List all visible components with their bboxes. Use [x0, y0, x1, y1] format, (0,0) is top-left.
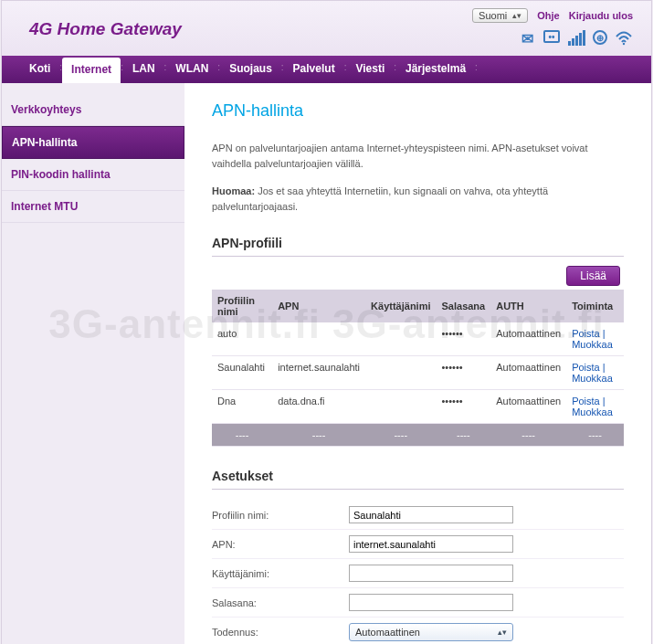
- add-button[interactable]: Lisää: [566, 266, 620, 286]
- nav-wlan[interactable]: WLAN: [166, 56, 217, 83]
- table-row: auto••••••AutomaattinenPoista | Muokkaa: [212, 322, 624, 356]
- content-panel: APN-hallinta APN on palveluntarjoajien a…: [184, 83, 651, 644]
- cell-apn: data.dna.fi: [272, 390, 365, 424]
- help-link[interactable]: Ohje: [537, 10, 559, 21]
- th-user: Käyttäjänimi: [365, 290, 436, 322]
- nav-palvelut[interactable]: Palvelut: [284, 56, 344, 83]
- cell-pass: ••••••: [437, 356, 491, 390]
- cell-action: Poista | Muokkaa: [566, 322, 624, 356]
- delete-link[interactable]: Poista: [572, 362, 600, 373]
- apn-table: Profiilin nimi APN Käyttäjänimi Salasana…: [212, 290, 624, 447]
- cell-auth: Automaattinen: [490, 322, 566, 356]
- nav-viesti[interactable]: Viesti: [346, 56, 394, 83]
- nav-lan[interactable]: LAN: [123, 56, 164, 83]
- nav-suojaus[interactable]: Suojaus: [220, 56, 281, 83]
- cell-auth: Automaattinen: [490, 356, 566, 390]
- svg-point-0: [623, 43, 625, 45]
- cell-apn: [272, 322, 365, 356]
- input-pass[interactable]: [349, 594, 513, 611]
- cell-action: Poista | Muokkaa: [566, 356, 624, 390]
- cell-apn: internet.saunalahti: [272, 356, 365, 390]
- input-user[interactable]: [349, 565, 513, 582]
- input-profile-name[interactable]: [349, 506, 513, 523]
- globe-icon[interactable]: ⊕: [593, 30, 607, 45]
- cell-pass: ••••••: [437, 322, 491, 356]
- label-profile-name: Profiilin nimi:: [212, 510, 349, 521]
- edit-link[interactable]: Muokkaa: [572, 373, 613, 384]
- cell-user: [365, 390, 436, 424]
- nav-internet[interactable]: Internet: [62, 58, 121, 83]
- sidebar-item-internet-mtu[interactable]: Internet MTU: [2, 191, 184, 223]
- sidebar-item-verkkoyhteys[interactable]: Verkkoyhteys: [2, 94, 184, 126]
- section-profile-heading: APN-profiili: [212, 230, 624, 257]
- cell-auth: Automaattinen: [490, 390, 566, 424]
- input-apn[interactable]: [349, 535, 513, 553]
- cell-user: [365, 322, 436, 356]
- sidebar-item-pin-koodin[interactable]: PIN-koodin hallinta: [2, 159, 184, 191]
- label-apn: APN:: [212, 539, 349, 550]
- cell-user: [365, 356, 436, 390]
- cell-name: auto: [212, 322, 272, 356]
- th-apn: APN: [272, 290, 365, 322]
- th-action: Toiminta: [566, 290, 624, 322]
- language-select[interactable]: Suomi▴▾: [472, 8, 528, 23]
- brand-title: 4G Home Gateway: [29, 8, 182, 47]
- delete-link[interactable]: Poista: [572, 328, 600, 339]
- delete-link[interactable]: Poista: [572, 396, 600, 406]
- table-row-blank: ------------------------: [212, 424, 624, 447]
- logout-link[interactable]: Kirjaudu ulos: [569, 10, 633, 21]
- cell-name: Saunalahti: [212, 356, 272, 390]
- sidebar: Verkkoyhteys APN-hallinta PIN-koodin hal…: [2, 83, 184, 644]
- section-settings-heading: Asetukset: [212, 463, 624, 490]
- page-title: APN-hallinta: [212, 101, 624, 121]
- label-user: Käyttäjänimi:: [212, 568, 349, 579]
- cell-action: Poista | Muokkaa: [566, 390, 624, 424]
- cell-pass: ••••••: [437, 390, 491, 424]
- nav-jarjestelma[interactable]: Järjestelmä: [396, 56, 475, 83]
- edit-link[interactable]: Muokkaa: [572, 406, 613, 417]
- page-notice: Huomaa: Jos et saa yhteyttä Internetiin,…: [212, 184, 624, 214]
- label-pass: Salasana:: [212, 597, 349, 608]
- signal-icon: [567, 30, 585, 47]
- page-desc: APN on palveluntarjoajien antama Interne…: [212, 141, 624, 171]
- table-row: Dnadata.dna.fi••••••AutomaattinenPoista …: [212, 390, 624, 424]
- cell-name: Dna: [212, 390, 272, 424]
- wifi-icon: [615, 30, 633, 47]
- label-auth: Todennus:: [212, 627, 349, 638]
- edit-link[interactable]: Muokkaa: [572, 339, 613, 350]
- sidebar-item-apn-hallinta[interactable]: APN-hallinta: [2, 126, 184, 159]
- select-auth[interactable]: Automaattinen▴▾: [349, 623, 513, 641]
- nav-koti[interactable]: Koti: [20, 56, 59, 83]
- main-nav: Koti : Internet : LAN : WLAN : Suojaus :…: [2, 56, 651, 83]
- th-auth: AUTH: [490, 290, 566, 322]
- table-row: Saunalahtiinternet.saunalahti••••••Autom…: [212, 356, 624, 390]
- th-name: Profiilin nimi: [212, 290, 272, 322]
- mail-icon[interactable]: ✉: [518, 30, 536, 47]
- th-pass: Salasana: [437, 290, 491, 322]
- sim-icon[interactable]: ••: [543, 30, 560, 43]
